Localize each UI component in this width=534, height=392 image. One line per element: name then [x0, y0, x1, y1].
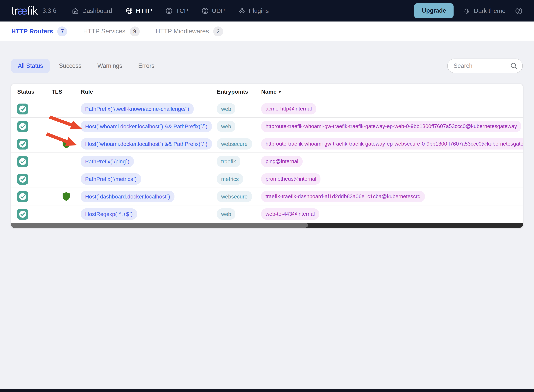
status-success-icon — [17, 121, 28, 132]
tab-count-badge: 2 — [213, 26, 223, 36]
nav-item-label: Plugins — [249, 7, 269, 14]
plugins-icon — [238, 7, 246, 14]
tab-http-routers[interactable]: HTTP Routers 7 — [11, 26, 67, 36]
filter-chip-all-status[interactable]: All Status — [11, 59, 50, 73]
entrypoint-badge[interactable]: web — [217, 103, 236, 114]
status-filters: All Status Success Warnings Errors — [11, 59, 161, 73]
status-success-icon — [17, 191, 28, 202]
tab-label: HTTP Routers — [11, 28, 53, 35]
column-header-tls[interactable]: TLS — [52, 89, 81, 95]
entrypoint-badge[interactable]: websecure — [217, 191, 252, 202]
logo-text: fik — [27, 4, 38, 17]
tab-label: HTTP Services — [83, 28, 125, 35]
udp-icon — [201, 7, 209, 14]
routers-table: Status TLS Rule Entrypoints Name▾ PathPr… — [11, 84, 523, 228]
search-icon — [510, 62, 518, 70]
router-name-badge[interactable]: web-to-443@internal — [261, 208, 319, 220]
tab-http-middlewares[interactable]: HTTP Middlewares 2 — [156, 26, 223, 36]
nav-item-label: HTTP — [136, 7, 152, 14]
table-row[interactable]: PathPrefix(`/ping`) traefik ping@interna… — [11, 153, 523, 170]
app-window: træfik 3.3.6 Dashboard HTTP TCP UDP Plug… — [0, 0, 534, 392]
nav-item-http[interactable]: HTTP — [125, 7, 152, 14]
theme-toggle[interactable]: Dark theme — [463, 7, 506, 14]
tab-http-services[interactable]: HTTP Services 9 — [83, 26, 140, 36]
entrypoint-badge[interactable]: web — [217, 208, 236, 220]
scrollbar-thumb[interactable] — [11, 223, 308, 228]
filter-chip-success[interactable]: Success — [52, 59, 88, 73]
rule-badge[interactable]: PathPrefix(`/metrics`) — [81, 173, 141, 185]
rule-badge[interactable]: PathPrefix(`/ping`) — [81, 156, 134, 167]
router-name-badge[interactable]: traefik-traefik-dashboard-af1d2ddb83a06e… — [261, 191, 425, 202]
router-name-badge[interactable]: acme-http@internal — [261, 103, 316, 114]
column-header-rule[interactable]: Rule — [81, 89, 217, 95]
help-icon[interactable] — [515, 7, 523, 15]
tab-label: HTTP Middlewares — [156, 28, 209, 35]
nav-item-plugins[interactable]: Plugins — [238, 7, 269, 14]
filter-chip-warnings[interactable]: Warnings — [91, 59, 129, 73]
upgrade-button[interactable]: Upgrade — [414, 3, 454, 18]
logo-ae: æ — [18, 4, 27, 17]
home-icon — [72, 7, 79, 14]
table-header-row: Status TLS Rule Entrypoints Name▾ — [11, 84, 523, 100]
router-name-badge[interactable]: httproute-traefik-whoami-gw-traefik-trae… — [261, 121, 521, 132]
contrast-drop-icon — [463, 7, 471, 14]
sort-desc-icon: ▾ — [279, 90, 281, 94]
globe-icon — [125, 7, 133, 14]
theme-toggle-label: Dark theme — [474, 7, 506, 14]
column-header-status[interactable]: Status — [17, 89, 52, 95]
entrypoint-badge[interactable]: traefik — [217, 156, 240, 167]
version-label: 3.3.6 — [42, 7, 57, 14]
status-success-icon — [17, 156, 28, 167]
top-navbar: træfik 3.3.6 Dashboard HTTP TCP UDP Plug… — [0, 0, 534, 22]
tab-count-badge: 9 — [130, 26, 140, 36]
rule-badge[interactable]: Host(`whoami.docker.localhost`) && PathP… — [81, 138, 212, 149]
status-success-icon — [17, 209, 28, 219]
nav-item-tcp[interactable]: TCP — [165, 7, 188, 14]
rule-badge[interactable]: Host(`dashboard.docker.localhost`) — [81, 191, 175, 202]
filter-chip-errors[interactable]: Errors — [132, 59, 161, 73]
tls-shield-icon — [63, 140, 70, 148]
router-name-badge[interactable]: ping@internal — [261, 156, 302, 167]
tls-shield-icon — [63, 192, 70, 201]
rule-badge[interactable]: HostRegexp(`^.+$`) — [81, 208, 137, 220]
router-name-badge[interactable]: httproute-traefik-whoami-gw-traefik-trae… — [261, 138, 523, 149]
main-content: All Status Success Warnings Errors Statu… — [0, 41, 534, 228]
main-nav: Dashboard HTTP TCP UDP Plugins — [72, 7, 269, 14]
nav-item-udp[interactable]: UDP — [201, 7, 225, 14]
horizontal-scrollbar[interactable] — [11, 223, 523, 228]
section-tabs: HTTP Routers 7 HTTP Services 9 HTTP Midd… — [0, 22, 534, 41]
toolbar: All Status Success Warnings Errors — [11, 59, 523, 73]
header-actions: Upgrade Dark theme — [414, 3, 523, 18]
router-name-badge[interactable]: prometheus@internal — [261, 173, 321, 185]
table-row[interactable]: PathPrefix(`/.well-known/acme-challenge/… — [11, 100, 523, 117]
column-header-entrypoints[interactable]: Entrypoints — [217, 89, 261, 95]
table-row[interactable]: Host(`dashboard.docker.localhost`) webse… — [11, 187, 523, 205]
table-row[interactable]: Host(`whoami.docker.localhost`) && PathP… — [11, 117, 523, 135]
entrypoint-badge[interactable]: metrics — [217, 173, 243, 185]
nav-item-label: Dashboard — [82, 7, 112, 14]
status-success-icon — [17, 103, 28, 114]
traefik-logo[interactable]: træfik — [11, 4, 38, 17]
bottom-edge-bar — [0, 389, 534, 392]
rule-badge[interactable]: Host(`whoami.docker.localhost`) && PathP… — [81, 121, 212, 132]
nav-item-dashboard[interactable]: Dashboard — [72, 7, 112, 14]
status-success-icon — [17, 173, 28, 184]
table-body: PathPrefix(`/.well-known/acme-challenge/… — [11, 100, 523, 223]
tab-count-badge: 7 — [57, 26, 67, 36]
logo-text: tr — [11, 4, 18, 17]
entrypoint-badge[interactable]: websecure — [217, 138, 252, 149]
table-row[interactable]: PathPrefix(`/metrics`) metrics prometheu… — [11, 170, 523, 187]
column-header-name[interactable]: Name▾ — [261, 89, 523, 95]
search-input[interactable] — [454, 62, 510, 69]
nav-item-label: UDP — [212, 7, 225, 14]
tcp-icon — [165, 7, 173, 14]
search-box[interactable] — [447, 59, 523, 73]
status-success-icon — [17, 138, 28, 149]
table-row[interactable]: HostRegexp(`^.+$`) web web-to-443@intern… — [11, 205, 523, 223]
entrypoint-badge[interactable]: web — [217, 121, 236, 132]
nav-item-label: TCP — [176, 7, 188, 14]
table-row[interactable]: Host(`whoami.docker.localhost`) && PathP… — [11, 135, 523, 153]
rule-badge[interactable]: PathPrefix(`/.well-known/acme-challenge/… — [81, 103, 194, 114]
